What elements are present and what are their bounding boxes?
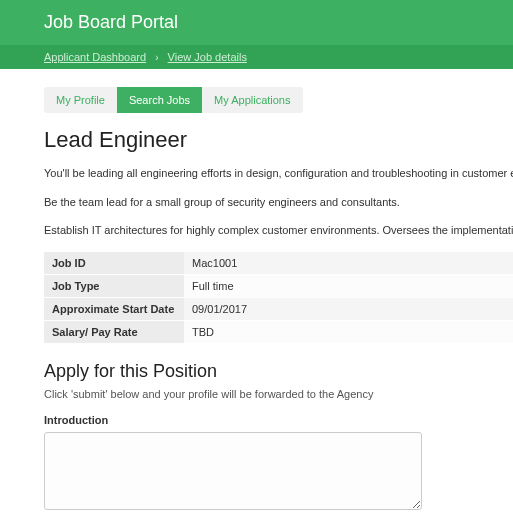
- detail-value: 09/01/2017: [184, 297, 513, 320]
- tabs: My Profile Search Jobs My Applications: [44, 87, 303, 113]
- breadcrumb: Applicant Dashboard › View Job details: [0, 45, 513, 69]
- tab-my-applications[interactable]: My Applications: [202, 87, 302, 113]
- table-row: Job TypeFull time: [44, 274, 513, 297]
- job-desc-p2: Be the team lead for a small group of se…: [44, 194, 513, 211]
- main-content: My Profile Search Jobs My Applications L…: [0, 69, 513, 523]
- table-row: Salary/ Pay RateTBD: [44, 320, 513, 343]
- detail-value: Full time: [184, 274, 513, 297]
- apply-heading: Apply for this Position: [44, 361, 513, 382]
- detail-label: Salary/ Pay Rate: [44, 320, 184, 343]
- tab-my-profile[interactable]: My Profile: [44, 87, 117, 113]
- job-details-table: Job IDMac1001 Job TypeFull time Approxim…: [44, 251, 513, 343]
- chevron-right-icon: ›: [149, 52, 164, 63]
- job-title: Lead Engineer: [44, 127, 513, 153]
- job-description: You'll be leading all engineering effort…: [44, 165, 513, 239]
- breadcrumb-current-link[interactable]: View Job details: [168, 51, 247, 63]
- breadcrumb-dashboard-link[interactable]: Applicant Dashboard: [44, 51, 146, 63]
- apply-hint: Click 'submit' below and your profile wi…: [44, 388, 513, 400]
- detail-label: Approximate Start Date: [44, 297, 184, 320]
- detail-value: Mac1001: [184, 251, 513, 274]
- tab-search-jobs[interactable]: Search Jobs: [117, 87, 202, 113]
- detail-value: TBD: [184, 320, 513, 343]
- header-bar: Job Board Portal: [0, 0, 513, 45]
- job-desc-p1: You'll be leading all engineering effort…: [44, 165, 513, 182]
- table-row: Approximate Start Date09/01/2017: [44, 297, 513, 320]
- detail-label: Job Type: [44, 274, 184, 297]
- table-row: Job IDMac1001: [44, 251, 513, 274]
- job-desc-p3: Establish IT architectures for highly co…: [44, 222, 513, 239]
- introduction-textarea[interactable]: [44, 432, 422, 510]
- introduction-label: Introduction: [44, 414, 513, 426]
- detail-label: Job ID: [44, 251, 184, 274]
- app-title: Job Board Portal: [44, 12, 495, 33]
